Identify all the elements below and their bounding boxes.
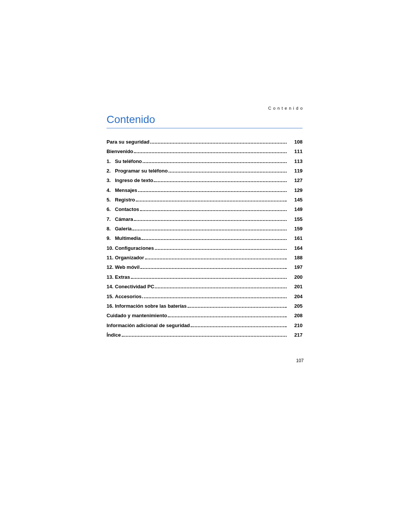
toc-page-num: 210	[290, 321, 303, 330]
toc-label: Organizador	[115, 253, 144, 262]
toc-entry: 16. Información sobre las baterías 205	[107, 301, 303, 311]
toc-label: Su teléfono	[115, 157, 142, 166]
toc-entry: 12. Web móvil 197	[107, 262, 303, 272]
toc-chapter-num: 14.	[107, 282, 115, 291]
toc-label: Programar su teléfono	[115, 166, 168, 176]
toc-entry: 11. Organizador 188	[107, 253, 303, 262]
toc-label: Configuraciones	[115, 243, 154, 253]
toc-page-num: 164	[290, 243, 303, 253]
toc-leader-dots	[138, 191, 287, 192]
toc-label: Cuidado y mantenimiento	[107, 311, 167, 320]
toc-leader-dots	[140, 210, 287, 211]
toc-page-num: 113	[290, 157, 303, 166]
toc-entry: 8. Galería 159	[107, 224, 303, 233]
toc-leader-dots	[122, 336, 287, 337]
toc-entry: Índice 217	[107, 330, 303, 340]
toc-leader-dots	[169, 172, 287, 173]
toc-leader-dots	[131, 278, 287, 279]
toc-label: Índice	[107, 330, 121, 340]
toc-page-num: 127	[290, 176, 303, 185]
toc-leader-dots	[145, 259, 287, 259]
toc-leader-dots	[188, 307, 287, 308]
toc-entry: 3. Ingreso de texto 127	[107, 176, 303, 185]
toc-page-num: 188	[290, 253, 303, 262]
toc-label: Galería	[115, 224, 132, 233]
toc-label: Información adicional de seguridad	[107, 321, 190, 330]
toc-chapter-num: 16.	[107, 301, 115, 311]
toc-chapter-num: 12.	[107, 262, 115, 272]
toc-page-num: 159	[290, 224, 303, 233]
toc-entry: 5. Registro 145	[107, 195, 303, 204]
toc-entry: Bienvenido 111	[107, 147, 303, 156]
toc-leader-dots	[143, 162, 287, 163]
toc-page-num: 108	[290, 137, 303, 147]
toc-entry: 7. Cámara 155	[107, 214, 303, 224]
running-header: Contenido	[268, 106, 304, 110]
toc-entry: 4. Mensajes 129	[107, 185, 303, 195]
toc-label: Contactos	[115, 204, 139, 214]
toc-leader-dots	[191, 326, 287, 327]
toc-page-num: 161	[290, 233, 303, 243]
toc-leader-dots	[136, 201, 287, 201]
toc-page-num: 217	[290, 330, 303, 340]
toc-page-num: 200	[290, 272, 303, 282]
toc-page-num: 145	[290, 195, 303, 204]
toc-label: Web móvil	[115, 262, 140, 272]
toc-leader-dots	[155, 288, 287, 288]
toc-chapter-num: 2.	[107, 166, 115, 176]
toc-chapter-num: 5.	[107, 195, 115, 204]
toc-chapter-num: 1.	[107, 157, 115, 166]
toc-entry: 2. Programar su teléfono 119	[107, 166, 303, 176]
page-number: 107	[296, 358, 304, 363]
toc-chapter-num: 10.	[107, 243, 115, 253]
toc-leader-dots	[134, 220, 287, 221]
toc-leader-dots	[132, 230, 287, 230]
table-of-contents: Para su seguridad 108 Bienvenido 111 1. …	[107, 137, 303, 340]
toc-label: Multimedia	[115, 233, 141, 243]
toc-entry: 15. Accesorios 204	[107, 292, 303, 301]
toc-leader-dots	[168, 316, 287, 317]
toc-entry: 6. Contactos 149	[107, 204, 303, 214]
toc-entry: 1. Su teléfono 113	[107, 157, 303, 166]
toc-chapter-num: 6.	[107, 204, 115, 214]
toc-page-num: 149	[290, 204, 303, 214]
toc-entry: 14. Conectividad PC 201	[107, 282, 303, 291]
toc-chapter-num: 3.	[107, 176, 115, 185]
toc-entry: Información adicional de seguridad 210	[107, 321, 303, 330]
toc-chapter-num: 15.	[107, 292, 115, 301]
toc-leader-dots	[142, 297, 287, 298]
toc-page-num: 155	[290, 214, 303, 224]
toc-page-num: 201	[290, 282, 303, 291]
toc-chapter-num: 4.	[107, 185, 115, 195]
toc-chapter-num: 8.	[107, 224, 115, 233]
toc-leader-dots	[155, 249, 287, 250]
toc-chapter-num: 13.	[107, 272, 115, 282]
toc-chapter-num: 7.	[107, 214, 115, 224]
toc-leader-dots	[154, 181, 287, 182]
page-title: Contenido	[107, 113, 303, 128]
toc-entry: 9. Multimedia 161	[107, 233, 303, 243]
toc-entry: Para su seguridad 108	[107, 137, 303, 147]
toc-label: Ingreso de texto	[115, 176, 153, 185]
toc-page-num: 119	[290, 166, 303, 176]
toc-entry: Cuidado y mantenimiento 208	[107, 311, 303, 320]
toc-chapter-num: 9.	[107, 233, 115, 243]
toc-entry: 13. Extras 200	[107, 272, 303, 282]
toc-page-num: 208	[290, 311, 303, 320]
toc-label: Información sobre las baterías	[115, 301, 187, 311]
toc-leader-dots	[134, 152, 287, 153]
toc-chapter-num: 11.	[107, 253, 115, 262]
toc-entry: 10. Configuraciones 164	[107, 243, 303, 253]
toc-label: Accesorios	[115, 292, 142, 301]
toc-label: Cámara	[115, 214, 133, 224]
toc-label: Para su seguridad	[107, 137, 150, 147]
toc-page-num: 197	[290, 262, 303, 272]
toc-label: Registro	[115, 195, 135, 204]
toc-label: Extras	[115, 272, 130, 282]
toc-page-num: 129	[290, 185, 303, 195]
toc-leader-dots	[150, 143, 287, 144]
toc-page-num: 204	[290, 292, 303, 301]
toc-page-num: 111	[290, 147, 303, 156]
toc-leader-dots	[142, 239, 287, 240]
toc-leader-dots	[140, 268, 287, 269]
